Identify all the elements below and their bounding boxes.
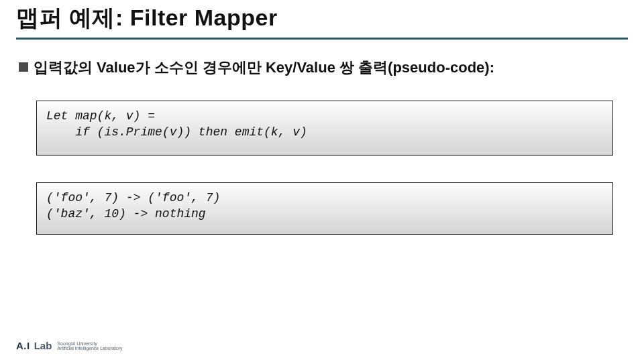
footer-brand-lab: Lab: [34, 340, 52, 351]
footer-brand-ai: A.I: [16, 340, 30, 351]
bullet-text: 입력값의 Value가 소수인 경우에만 Key/Value 쌍 출력(pseu…: [34, 58, 494, 78]
footer-sub-line2: Artificial Intelligence Laboratory: [57, 346, 122, 351]
example-output-box: ('foo', 7) -> ('foo', 7) ('baz', 10) -> …: [36, 182, 613, 235]
slide-title: 맵퍼 예제: Filter Mapper: [16, 3, 278, 34]
square-bullet-icon: [19, 62, 28, 72]
footer-subtext: Soongsil University Artificial Intellige…: [57, 341, 122, 351]
pseudocode-box: Let map(k, v) = if (is.Prime(v)) then em…: [36, 101, 613, 156]
footer-sub-line1: Soongsil University: [57, 341, 122, 346]
bullet-row: 입력값의 Value가 소수인 경우에만 Key/Value 쌍 출력(pseu…: [19, 58, 625, 78]
title-underline: [16, 38, 628, 40]
slide: 맵퍼 예제: Filter Mapper 입력값의 Value가 소수인 경우에…: [0, 0, 644, 362]
footer-logo: A.I Lab Soongsil University Artificial I…: [16, 340, 123, 351]
